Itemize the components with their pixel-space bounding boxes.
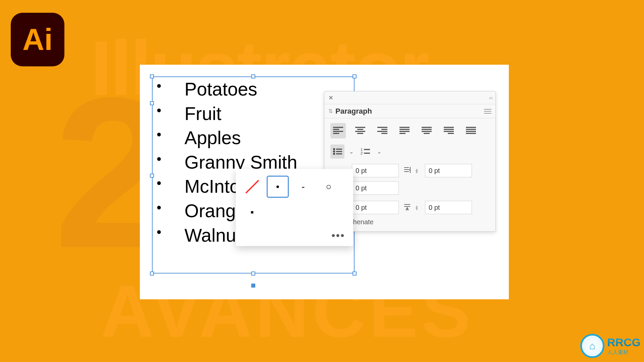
justify-right-button[interactable] bbox=[441, 123, 457, 138]
panel-header: ✕ ‹‹ bbox=[324, 92, 495, 104]
justify-all-button[interactable] bbox=[463, 123, 479, 138]
first-line-indent-input[interactable]: 0 pt bbox=[352, 181, 399, 195]
bullet-option-square[interactable]: ▪ bbox=[241, 201, 263, 223]
space-after-icon bbox=[402, 202, 412, 213]
indent-row-2: 0 pt bbox=[330, 181, 489, 195]
list-style-row: ⌄ 12 ⌄ bbox=[330, 144, 489, 159]
panel-tab[interactable]: ⇅ Paragraph bbox=[324, 104, 495, 118]
justify-center-button[interactable] bbox=[419, 123, 434, 138]
align-right-button[interactable] bbox=[375, 123, 390, 138]
watermark-sub: 人人素材 bbox=[607, 349, 641, 356]
list-item[interactable]: Fruit bbox=[153, 102, 297, 126]
panel-title: Paragraph bbox=[335, 107, 372, 116]
bullet-option-dash[interactable]: - bbox=[292, 176, 314, 198]
bullet-option-none[interactable] bbox=[241, 176, 263, 198]
chevron-down-icon[interactable]: ⌄ bbox=[349, 148, 354, 155]
bullet-option-circle[interactable]: ○ bbox=[318, 176, 340, 198]
watermark-logo-icon: ⌂ bbox=[580, 334, 604, 358]
space-after-input[interactable]: 0 pt bbox=[425, 201, 472, 214]
align-left-button[interactable] bbox=[330, 123, 346, 138]
app-logo: Ai bbox=[11, 13, 64, 66]
bullet-style-popup: • - ○ ▪ ••• bbox=[236, 169, 353, 246]
stepper-icon[interactable]: ▴▾ bbox=[416, 168, 422, 173]
right-indent-input[interactable]: 0 pt bbox=[425, 164, 472, 177]
spacing-row: 0 pt ▴▾ 0 pt bbox=[330, 201, 489, 214]
bullet-option-disc[interactable]: • bbox=[267, 176, 289, 198]
right-indent-icon bbox=[402, 166, 412, 176]
list-item[interactable]: Apples bbox=[153, 126, 297, 150]
collapse-icon[interactable]: ‹‹ bbox=[489, 95, 493, 101]
stepper-icon: ⇅ bbox=[328, 108, 333, 114]
more-options-button[interactable]: ••• bbox=[331, 230, 345, 241]
chevron-down-icon[interactable]: ⌄ bbox=[377, 148, 381, 155]
svg-point-1 bbox=[333, 150, 335, 153]
align-center-button[interactable] bbox=[353, 123, 368, 138]
panel-menu-icon[interactable] bbox=[484, 109, 491, 114]
justify-left-button[interactable] bbox=[397, 123, 412, 138]
svg-point-2 bbox=[333, 153, 335, 155]
numbered-list-button[interactable]: 12 bbox=[358, 144, 372, 159]
watermark: ⌂ RRCG 人人素材 bbox=[580, 334, 641, 358]
close-icon[interactable]: ✕ bbox=[327, 94, 334, 102]
left-indent-input[interactable]: 0 pt bbox=[352, 164, 399, 177]
bulleted-list-button[interactable] bbox=[330, 144, 344, 159]
hyphenate-row: ✓ Hyphenate bbox=[330, 218, 489, 226]
svg-text:2: 2 bbox=[361, 151, 363, 155]
alignment-row bbox=[330, 123, 489, 138]
svg-point-0 bbox=[333, 148, 335, 150]
list-item[interactable]: Potatoes bbox=[153, 77, 297, 102]
indent-row-1: 0 pt ▴▾ 0 pt bbox=[330, 164, 489, 177]
stepper-icon[interactable]: ▴▾ bbox=[416, 205, 422, 210]
watermark-main: RRCG bbox=[607, 336, 641, 349]
app-logo-text: Ai bbox=[22, 22, 53, 57]
space-before-input[interactable]: 0 pt bbox=[352, 201, 399, 214]
